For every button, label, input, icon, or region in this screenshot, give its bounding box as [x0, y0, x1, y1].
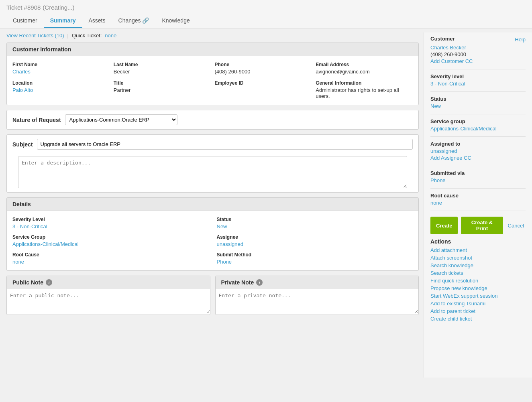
nature-of-request-select[interactable]: Applications-Common:Oracle ERP	[65, 114, 177, 125]
right-panel: Customer Help Charles Becker (408) 260-9…	[424, 32, 532, 378]
field-email: Email Address avignone@givainc.com	[316, 62, 413, 75]
rp-assigned-to-value[interactable]: unassigned	[430, 148, 526, 154]
subject-section: Subject	[6, 134, 419, 193]
field-last-name: Last Name Becker	[114, 62, 211, 75]
tab-assets[interactable]: Assets	[82, 14, 112, 28]
rp-severity-value[interactable]: 3 - Non-Critical	[430, 81, 526, 87]
rp-add-customer-cc[interactable]: Add Customer CC	[430, 58, 526, 64]
action-add-to-tsunami[interactable]: Add to existing Tsunami	[430, 300, 526, 307]
tab-bar: Customer Summary Assets Changes 🔗 Knowle…	[6, 14, 526, 28]
action-find-quick-resolution[interactable]: Find quick resolution	[430, 278, 526, 284]
public-note-textarea[interactable]	[7, 289, 210, 313]
rp-submitted-via-value[interactable]: Phone	[430, 177, 526, 183]
action-add-attachment[interactable]: Add attachment	[430, 247, 526, 253]
tab-knowledge[interactable]: Knowledge	[155, 14, 196, 28]
rp-help-link[interactable]: Help	[515, 37, 526, 43]
detail-status: Status New	[217, 217, 413, 229]
public-note-label: Public Note	[12, 279, 43, 286]
rp-assigned-to-section: Assigned to unassigned Add Assignee CC	[430, 141, 526, 166]
private-note-box: Private Note i	[215, 276, 419, 315]
actions-label: Actions	[430, 238, 526, 245]
details-header: Details	[7, 198, 418, 211]
cancel-button[interactable]: Cancel	[506, 217, 526, 234]
rp-customer-phone: (408) 260-9000	[430, 51, 526, 57]
ticket-status: (Creating...)	[43, 4, 74, 11]
private-note-info-icon: i	[256, 279, 263, 286]
rp-root-cause-label: Root cause	[430, 193, 526, 199]
field-first-name: First Name Charles	[12, 62, 110, 75]
view-recent-tickets-link[interactable]: View Recent Tickets (10)	[6, 32, 64, 39]
action-search-knowledge[interactable]: Search knowledge	[430, 262, 526, 268]
nature-of-request-label: Nature of Request	[12, 117, 61, 123]
rp-status-label: Status	[430, 96, 526, 102]
tab-customer[interactable]: Customer	[6, 14, 44, 28]
action-create-child-ticket[interactable]: Create child ticket	[430, 316, 526, 322]
field-title: Title Partner	[114, 80, 211, 99]
rp-severity-section: Severity level 3 - Non-Critical	[430, 73, 526, 92]
customer-information-header: Customer Information	[7, 43, 418, 56]
action-attach-screenshot[interactable]: Attach screenshot	[430, 255, 526, 261]
detail-root-cause: Root Cause none	[12, 252, 209, 265]
action-search-tickets[interactable]: Search tickets	[430, 270, 526, 276]
rp-status-value[interactable]: New	[430, 103, 526, 109]
public-note-info-icon: i	[46, 279, 52, 286]
rp-severity-label: Severity level	[430, 73, 526, 79]
detail-submit-method: Submit Method Phone	[217, 252, 413, 265]
description-textarea[interactable]	[18, 156, 407, 188]
detail-assignee: Assignee unassigned	[217, 234, 413, 247]
rp-customer-label: Customer	[430, 36, 455, 42]
private-note-header: Private Note i	[216, 276, 419, 289]
nature-of-request-section: Nature of Request Applications-Common:Or…	[6, 110, 419, 130]
rp-service-group-value[interactable]: Applications-Clinical/Medical	[430, 126, 526, 132]
rp-service-group-section: Service group Applications-Clinical/Medi…	[430, 118, 526, 137]
rp-root-cause-section: Root cause none	[430, 193, 526, 211]
rp-service-group-label: Service group	[430, 118, 526, 124]
subject-label: Subject	[12, 141, 33, 148]
rp-assigned-to-label: Assigned to	[430, 141, 526, 147]
rp-add-assignee-cc[interactable]: Add Assignee CC	[430, 155, 526, 161]
detail-severity-level: Severity Level 3 - Non-Critical	[12, 217, 209, 229]
subject-input[interactable]	[37, 139, 413, 150]
field-employee-id: Employee ID	[215, 80, 312, 99]
public-note-box: Public Note i	[6, 276, 210, 315]
details-section: Details Severity Level 3 - Non-Critical …	[6, 197, 419, 271]
rp-customer-section: Customer Help Charles Becker (408) 260-9…	[430, 36, 526, 69]
rp-submitted-via-label: Submitted via	[430, 170, 526, 176]
quick-ticket-label: Quick Ticket:	[72, 32, 102, 39]
divider: |	[67, 32, 69, 39]
rp-customer-name[interactable]: Charles Becker	[430, 45, 526, 51]
action-buttons: Create Create & Print Cancel	[430, 217, 526, 234]
field-location: Location Palo Alto	[12, 80, 110, 99]
ticket-number: Ticket #8908	[6, 4, 41, 11]
public-note-header: Public Note i	[7, 276, 210, 289]
private-note-label: Private Note	[221, 279, 254, 286]
quick-ticket-value[interactable]: none	[105, 32, 116, 39]
action-start-webex-session[interactable]: Start WebEx support session	[430, 293, 526, 299]
detail-service-group: Service Group Applications-Clinical/Medi…	[12, 234, 209, 247]
create-button[interactable]: Create	[430, 217, 458, 234]
rp-root-cause-value[interactable]: none	[430, 200, 526, 206]
tab-summary[interactable]: Summary	[44, 14, 82, 28]
action-propose-new-knowledge[interactable]: Propose new knowledge	[430, 285, 526, 291]
private-note-textarea[interactable]	[216, 289, 419, 313]
tab-changes[interactable]: Changes 🔗	[112, 14, 156, 28]
customer-information-section: Customer Information First Name Charles …	[6, 43, 419, 105]
action-add-to-parent-ticket[interactable]: Add to parent ticket	[430, 308, 526, 314]
create-print-button[interactable]: Create & Print	[461, 217, 503, 234]
actions-section: Actions Add attachment Attach screenshot…	[430, 238, 526, 322]
field-phone: Phone (408) 260-9000	[215, 62, 312, 75]
field-general-info: General Information Administrator has ri…	[316, 80, 413, 99]
rp-submitted-via-section: Submitted via Phone	[430, 170, 526, 189]
rp-status-section: Status New	[430, 96, 526, 114]
